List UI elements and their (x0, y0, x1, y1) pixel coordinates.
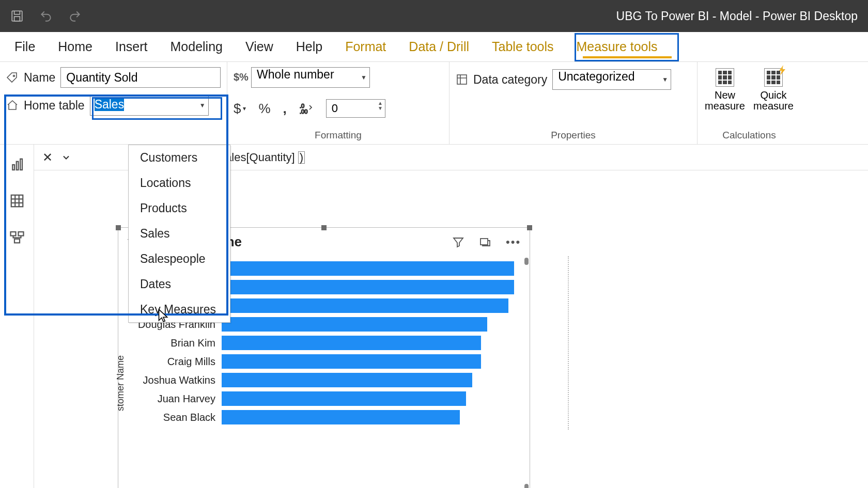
filter-icon[interactable] (452, 236, 467, 248)
menubar: File Home Insert Modeling View Help Form… (0, 32, 868, 62)
decimal-count-input[interactable]: 0 ▲▼ (326, 99, 385, 118)
decimal-places-button[interactable]: .0.00 (299, 102, 314, 115)
svg-rect-5 (457, 75, 467, 84)
ribbon-group-formatting: $% Whole number ▼ $▾ % , .0.00 0 ▲▼ Form… (227, 62, 450, 144)
menu-home[interactable]: Home (58, 39, 92, 54)
group-label-formatting: Formatting (234, 130, 443, 143)
svg-rect-13 (481, 239, 488, 245)
calculator-icon (764, 68, 783, 87)
dropdown-item-sales[interactable]: Sales (129, 221, 230, 246)
chart-bar (222, 410, 460, 424)
resize-handle[interactable] (321, 225, 327, 230)
chart-bar-row: Craig Mills (134, 352, 523, 371)
quick-measure-button[interactable]: Quickmeasure (752, 68, 795, 112)
home-table-selected: Sales (95, 98, 125, 111)
spinner-down-icon[interactable]: ▼ (378, 106, 383, 111)
resize-handle[interactable] (116, 225, 121, 230)
thousands-sep-button[interactable]: , (283, 101, 287, 117)
save-icon[interactable] (10, 9, 24, 23)
chart-category-label: Brian Kim (134, 337, 222, 349)
group-label-properties: Properties (456, 130, 691, 143)
focus-mode-icon[interactable] (479, 236, 493, 248)
new-measure-button[interactable]: Newmeasure (704, 68, 746, 112)
scrollbar-thumb[interactable] (524, 484, 529, 488)
home-table-select[interactable]: Sales ▼ (90, 95, 209, 116)
svg-rect-7 (16, 162, 18, 170)
dropdown-item-dates[interactable]: Dates (129, 272, 230, 297)
chart-bar-row: Juan Harvey (134, 389, 523, 408)
data-view-icon[interactable] (9, 193, 25, 209)
format-type-value: Whole number (251, 67, 370, 88)
chart-bar (222, 261, 514, 276)
svg-rect-12 (14, 239, 20, 243)
ribbon-group-calculations: Newmeasure Quickmeasure Calculations (698, 62, 801, 144)
dropdown-item-salespeople[interactable]: Salespeople (129, 246, 230, 272)
chart-category-label: Craig Mills (134, 356, 222, 368)
menu-modeling[interactable]: Modeling (171, 39, 223, 54)
canvas-area: ✕ Sold = SUM( Sales[Quantity] ) Customer… (34, 145, 868, 488)
y-axis-label: stomer Name (115, 355, 126, 411)
ribbon-group-structure: Name Home table Sales ▼ (0, 62, 227, 144)
window-title: UBG To Power BI - Model - Power BI Deskt… (616, 9, 858, 23)
redo-icon[interactable] (68, 9, 82, 23)
dropdown-item-customers[interactable]: Customers (129, 145, 230, 170)
menu-file[interactable]: File (14, 39, 35, 54)
dropdown-item-locations[interactable]: Locations (129, 170, 230, 196)
name-input[interactable] (60, 67, 221, 88)
currency-format-button[interactable]: $▾ (234, 101, 246, 117)
name-tag-icon (6, 71, 19, 84)
home-table-icon (6, 99, 19, 112)
chart-bar (222, 317, 487, 332)
titlebar: UBG To Power BI - Model - Power BI Deskt… (0, 0, 868, 32)
chart-bar (222, 373, 472, 387)
menu-tabletools[interactable]: Table tools (492, 39, 554, 54)
undo-icon[interactable] (39, 9, 53, 23)
dropdown-item-products[interactable]: Products (129, 196, 230, 221)
resize-handle[interactable] (527, 225, 532, 230)
decimal-count-value: 0 (332, 102, 338, 115)
chart-bar (222, 298, 508, 313)
chart-category-label: Joshua Watkins (134, 374, 222, 386)
workspace: ✕ Sold = SUM( Sales[Quantity] ) Customer… (0, 145, 868, 488)
svg-rect-8 (20, 159, 22, 170)
ribbon: Name Home table Sales ▼ $% Whole number … (0, 62, 868, 145)
view-rail (0, 145, 34, 488)
svg-point-2 (13, 75, 15, 77)
menu-datadrill[interactable]: Data / Drill (409, 39, 469, 54)
group-label-calculations: Calculations (704, 130, 795, 143)
chart-bar (222, 336, 481, 350)
svg-text:.00: .00 (300, 108, 307, 115)
chart-bar-row: Joshua Watkins (134, 371, 523, 389)
data-category-icon (456, 73, 468, 86)
menu-insert[interactable]: Insert (115, 39, 148, 54)
svg-rect-0 (12, 11, 22, 21)
chart-bar (222, 354, 481, 369)
menu-measuretools[interactable]: Measure tools (577, 39, 658, 54)
svg-rect-1 (14, 17, 20, 21)
chart-bar-row: Sean Black (134, 408, 523, 427)
chart-gridline (568, 256, 569, 430)
home-table-dropdown-list[interactable]: Customers Locations Products Sales Sales… (128, 145, 230, 323)
formula-commit-icon[interactable] (61, 152, 71, 163)
menu-view[interactable]: View (245, 39, 273, 54)
format-type-select[interactable]: Whole number ▼ (251, 67, 370, 88)
model-view-icon[interactable] (9, 229, 25, 245)
report-view-icon[interactable] (9, 157, 25, 172)
home-table-label: Home table (24, 99, 85, 113)
more-options-icon[interactable]: ••• (506, 235, 520, 249)
svg-rect-10 (10, 232, 16, 236)
dropdown-item-keymeasures[interactable]: Key Measures (129, 297, 230, 322)
formula-cancel-icon[interactable]: ✕ (42, 150, 53, 165)
data-category-value: Uncategorized (552, 69, 671, 90)
percent-format-button[interactable]: % (258, 101, 270, 117)
chart-category-label: Sean Black (134, 412, 222, 423)
data-category-select[interactable]: Uncategorized ▼ (552, 69, 671, 90)
svg-rect-9 (11, 195, 23, 207)
chart-bar-row: Brian Kim (134, 334, 523, 352)
chart-bar (222, 280, 514, 294)
menu-help[interactable]: Help (296, 39, 322, 54)
svg-rect-6 (12, 165, 14, 170)
chart-category-label: Juan Harvey (134, 393, 222, 405)
format-type-icon: $% (234, 71, 246, 84)
menu-format[interactable]: Format (345, 39, 386, 54)
